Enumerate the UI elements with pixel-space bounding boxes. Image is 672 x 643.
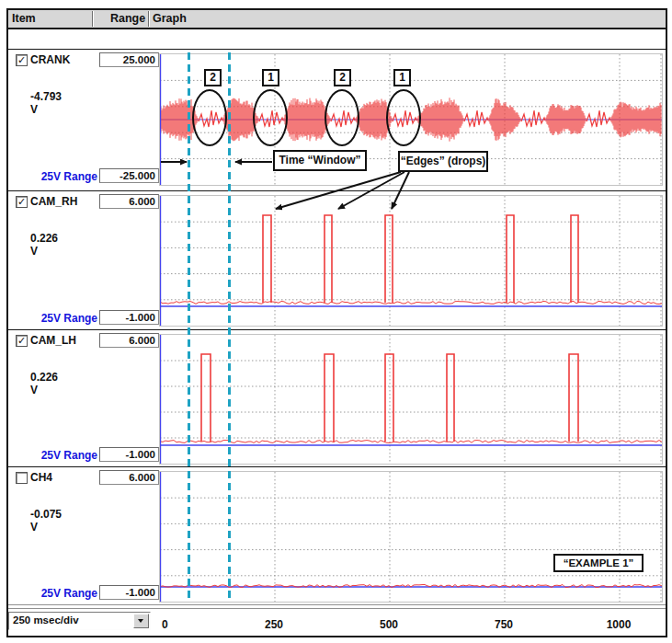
column-header-item: Item — [12, 12, 36, 25]
time-window-cursor-left[interactable] — [188, 52, 190, 602]
ch4-range-link[interactable]: 25V Range — [8, 587, 97, 600]
crank-range-link[interactable]: 25V Range — [8, 170, 97, 183]
axis-tick-500: 500 — [370, 618, 407, 631]
channel-label: CAM_LH — [30, 334, 76, 347]
ch4-graph — [159, 471, 663, 603]
dropdown-arrow-icon[interactable] — [133, 614, 149, 628]
bottom-bar: 250 msec/div 0 250 500 750 1000 — [8, 610, 666, 634]
cam-rh-range-max-field[interactable]: 6.000 — [99, 194, 159, 209]
callout-ellipse — [386, 89, 421, 146]
column-divider — [92, 11, 93, 27]
callout-number: 1 — [262, 69, 279, 86]
axis-tick-0: 0 — [162, 618, 168, 631]
timebase-dropdown[interactable]: 250 msec/div — [8, 612, 151, 630]
callout-ellipse — [192, 89, 227, 146]
callout-number: 1 — [393, 69, 411, 86]
crank-range-min-field[interactable]: -25.000 — [99, 168, 159, 183]
channel-value: 0.226V — [30, 371, 58, 396]
crank-checkbox[interactable]: ✓ — [16, 54, 28, 66]
channel-label: CH4 — [30, 471, 52, 484]
channel-value: -0.075V — [30, 508, 62, 534]
channel-row-cam-lh: ✓ CAM_LH 6.000 0.226V 25V Range -1.000 — [8, 329, 666, 467]
column-header-range: Range — [110, 12, 143, 25]
edges-label: “Edges” (drops) — [398, 151, 488, 172]
callout-number: 2 — [204, 69, 222, 86]
cam-rh-checkbox[interactable]: ✓ — [16, 196, 28, 208]
timebase-value: 250 msec/div — [13, 614, 79, 626]
callout-ellipse — [325, 89, 359, 146]
cam-lh-range-max-field[interactable]: 6.000 — [99, 333, 159, 348]
lab-scope-window: Item Range Graph ✓ CRANK 25.000 -4.793V … — [0, 0, 672, 643]
column-header-graph: Graph — [153, 12, 187, 25]
cam-rh-range-min-field[interactable]: -1.000 — [99, 310, 159, 325]
channel-label: CRANK — [30, 53, 70, 66]
channel-row-ch4: CH4 6.000 -0.075V 25V Range -1.000 — [8, 466, 666, 605]
example-label: “EXAMPLE 1” — [553, 554, 644, 572]
axis-tick-1000: 1000 — [600, 618, 637, 631]
channel-value: -4.793V — [30, 90, 62, 116]
ch4-range-min-field[interactable]: -1.000 — [99, 585, 159, 600]
ch4-checkbox[interactable] — [16, 472, 28, 484]
callout-number: 2 — [334, 69, 351, 86]
channel-label: CAM_RH — [30, 195, 77, 208]
axis-tick-250: 250 — [256, 618, 292, 631]
channel-row-cam-rh: ✓ CAM_RH 6.000 0.226V 25V Range -1.000 — [8, 190, 666, 330]
time-window-cursor-right[interactable] — [228, 52, 231, 602]
channel-value: 0.226V — [30, 232, 58, 258]
cam-lh-range-link[interactable]: 25V Range — [8, 449, 97, 462]
cam-rh-range-link[interactable]: 25V Range — [8, 312, 97, 325]
ch4-range-max-field[interactable]: 6.000 — [99, 470, 159, 485]
table-header — [8, 10, 666, 29]
separator-groove — [8, 604, 666, 609]
column-divider — [148, 11, 149, 27]
cam-lh-graph — [159, 334, 663, 465]
axis-tick-750: 750 — [485, 618, 522, 631]
cam-rh-graph — [159, 195, 663, 327]
time-window-label: Time “Window” — [273, 150, 367, 171]
callout-ellipse — [253, 89, 288, 146]
crank-range-max-field[interactable]: 25.000 — [99, 52, 159, 67]
cam-lh-range-min-field[interactable]: -1.000 — [99, 447, 159, 462]
cam-lh-checkbox[interactable]: ✓ — [16, 335, 28, 347]
